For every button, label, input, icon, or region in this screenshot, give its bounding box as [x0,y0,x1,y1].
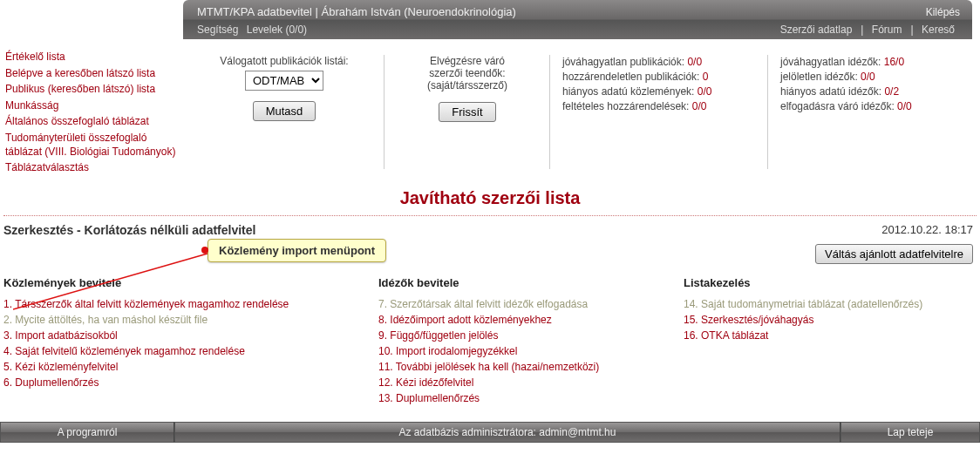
stat-value[interactable]: 0/0 [897,100,912,112]
stat-value[interactable]: 0/0 [692,100,707,112]
list-item[interactable]: 13. Duplumellenőrzés [378,392,666,404]
panel-tasks: Elvégzésre váró szerzői teendők: (saját/… [385,46,550,178]
panel-text: Elvégzésre váró [397,55,538,67]
stat-label: hozzárendeletlen publikációk: [562,71,699,83]
logout-link[interactable]: Kilépés [926,6,960,18]
panel-selected-pubs: Válogatott publikációk listái: ODT/MAB M… [184,46,385,178]
sidebar-item[interactable]: Táblázatválasztás [5,161,184,175]
stat-value[interactable]: 16/0 [884,56,904,68]
list-item[interactable]: 12. Kézi idézőfelvitel [378,376,666,389]
forum-link[interactable]: Fórum [872,24,902,36]
stat-label: elfogadásra váró idézők: [780,100,895,112]
list-item[interactable]: 9. Függő/független jelölés [378,329,666,342]
list-item[interactable]: 8. Idézőimport adott közleményekhez [378,314,666,326]
list-item[interactable]: 6. Duplumellenőrzés [3,376,361,389]
sidebar: Értékelő lista Belépve a keresőben látsz… [5,46,184,178]
switch-mode-button[interactable]: Váltás ajánlott adatfelvitelre [815,244,973,264]
panel-text: szerzői teendők: [397,67,538,79]
stat-value[interactable]: 0/0 [698,85,712,98]
search-link[interactable]: Kereső [922,24,955,36]
messages-link[interactable]: Levelek (0/0) [247,24,307,36]
callout-bubble: Közlemény import menüpont [208,239,386,262]
refresh-button[interactable]: Frissít [439,102,495,122]
panel-heading: Válogatott publikációk listái: [196,55,372,67]
header-title: MTMT/KPA adatbevitel | Ábrahám István (N… [197,5,516,18]
stat-value[interactable]: 0 [703,71,709,83]
column-title: Közlemények bevitele [3,276,361,289]
list-item: 2. Mycite áttöltés, ha van máshol készül… [3,314,361,326]
column-citers: Idézők bevitele 7. Szerzőtársak által fe… [378,276,666,408]
app-header: MTMT/KPA adatbevitel | Ábrahám István (N… [183,0,972,39]
page-title: Javítható szerzői lista [0,188,980,208]
list-item[interactable]: 15. Szerkesztés/jóváhagyás [684,314,963,326]
panel-stats-citers: jóváhagyatlan idézők: 16/0 jelöletlen id… [768,46,960,178]
footer-admin: Az adatbázis adminisztrátora: admin@mtmt… [174,422,840,443]
list-item[interactable]: 3. Import adatbázisokból [3,329,361,342]
header-left-links: Segítség Levelek (0/0) [197,24,312,36]
footer: A programról Az adatbázis adminisztrátor… [0,422,980,443]
list-item: 14. Saját tudománymetriai táblázat (adat… [684,298,963,310]
stat-label: jelöletlen idézők: [780,71,858,83]
stat-label: jóváhagyatlan idézők: [780,56,881,68]
sidebar-item[interactable]: Értékelő lista [5,51,184,64]
header-right-links: Szerzői adatlap| Fórum| Kereső [780,24,960,36]
sidebar-item[interactable]: Tudományterületi összefoglaló táblázat (… [5,132,184,159]
list-item[interactable]: 11. További jelölések ha kell (hazai/nem… [378,361,666,373]
stat-label: hiányos adatú közlemények: [562,85,694,98]
column-publications: Közlemények bevitele 1. Társszerzők álta… [3,276,361,408]
stat-label: feltételes hozzárendelések: [562,100,689,112]
column-title: Listakezelés [684,276,963,289]
list-item[interactable]: 5. Kézi közleményfelvitel [3,361,361,373]
stat-value[interactable]: 0/2 [884,85,899,98]
author-card-link[interactable]: Szerzői adatlap [780,24,853,36]
help-link[interactable]: Segítség [197,24,238,36]
panel-text: (saját/társszerző) [397,79,538,91]
sidebar-item[interactable]: Munkásság [5,99,184,113]
list-item[interactable]: 1. Társszerzők által felvitt közlemények… [3,298,361,310]
show-button[interactable]: Mutasd [253,101,316,121]
panel-stats-pubs: jóváhagyatlan publikációk: 0/0 hozzárend… [550,46,768,178]
list-item[interactable]: 4. Saját felvitelű közlemények magamhoz … [3,345,361,357]
stat-label: hiányos adatú idézők: [780,85,881,98]
sidebar-item[interactable]: Belépve a keresőben látszó lista [5,67,184,81]
stat-value[interactable]: 0/0 [687,56,702,68]
publications-select[interactable]: ODT/MAB [245,71,323,91]
stat-value[interactable]: 0/0 [861,71,875,83]
footer-about[interactable]: A programról [0,422,174,443]
column-title: Idézők bevitele [378,276,666,289]
list-item[interactable]: 16. OTKA táblázat [684,329,963,342]
sidebar-item[interactable]: Publikus (keresőben látszó) lista [5,83,184,97]
list-item[interactable]: 10. Import irodalomjegyzékkel [378,345,666,357]
list-item: 7. Szerzőtársak által felvitt idézők elf… [378,298,666,310]
column-lists: Listakezelés 14. Saját tudománymetriai t… [684,276,963,408]
timestamp: 2012.10.22. 18:17 [881,223,973,236]
section-heading: Szerkesztés - Korlátozás nélküli adatfel… [3,223,255,237]
sidebar-item[interactable]: Általános összefoglaló táblázat [5,115,184,129]
footer-top[interactable]: Lap teteje [840,422,980,443]
stat-label: jóváhagyatlan publikációk: [562,56,684,68]
